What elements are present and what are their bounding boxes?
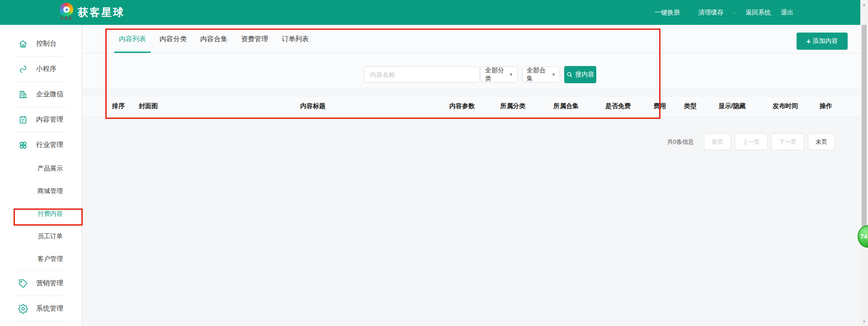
table-header-row: 排序 封面图 内容标题 内容参数 所属分类 所属合集 是否免费 费用 类型 显示… [82,96,860,117]
four-circles-icon [18,140,28,150]
logo-subtext: 未来鸟 [57,16,75,21]
add-content-label: 添加内容 [812,37,838,45]
subitem-label: 员工订单 [38,232,63,241]
sidebar-item-label: 小程序 [36,65,57,73]
price-tag-icon [18,279,28,288]
search-content-button[interactable]: 搜内容 [564,66,596,83]
menu-change-skin[interactable]: 一键换肤 [655,9,680,17]
column-category: 所属分类 [487,102,539,110]
app-title: 获客星球 [78,0,125,25]
pagination-total: 共0条信息 [667,138,694,146]
sidebar-item-industry-management[interactable]: 行业管理 [0,132,81,157]
logo-swirl-icon [60,3,73,16]
top-menu: 一键换肤 清理缓存 · 返回系统 退出 [655,0,793,25]
sidebar-item-system-management[interactable]: 系统管理 [0,296,81,321]
sidebar-item-content-management[interactable]: 内容管理 [0,107,81,132]
pagination-last-button[interactable]: 末页 [808,133,835,150]
column-title: 内容标题 [189,102,437,110]
sidebar-subitem-customer-management[interactable]: 客户管理 [0,248,81,270]
column-cover: 封面图 [134,102,189,110]
subitem-label: 产品展示 [38,165,63,173]
menu-logout[interactable]: 退出 [781,9,793,17]
column-params: 内容参数 [437,102,487,110]
tab-order-list[interactable]: 订单列表 [277,25,313,53]
collection-select[interactable]: 全部合集 ▼ [522,66,560,83]
tab-fee-management[interactable]: 资费管理 [236,25,273,53]
sidebar-item-console[interactable]: 控制台 [0,31,81,56]
clipboard-icon [18,115,28,125]
category-select-value: 全部分类 [485,66,506,83]
column-show-hide: 显示/隐藏 [704,102,760,110]
tab-bar: 内容列表 内容分类 内容合集 资费管理 订单列表 [82,25,860,53]
content-name-input[interactable] [364,66,480,83]
column-is-free: 是否免费 [593,102,643,110]
pagination: 共0条信息 首页 上一页 下一页 末页 [667,133,835,150]
brand-logo: 未来鸟 [57,3,75,21]
sidebar-item-label: 行业管理 [36,141,63,149]
office-building-icon [18,90,28,99]
column-actions: 操作 [810,102,842,110]
add-content-button[interactable]: + 添加内容 [797,33,848,50]
subitem-label: 付费内容 [38,210,63,218]
column-type: 类型 [677,102,704,110]
subitem-label: 商城管理 [38,187,63,195]
sidebar-subitem-product-display[interactable]: 产品展示 [0,157,81,180]
search-button-label: 搜内容 [576,71,594,79]
vertical-scrollbar[interactable]: ▲ ▼ [860,0,868,326]
plus-icon: + [807,38,811,45]
divider [16,321,67,321]
tab-content-list[interactable]: 内容列表 [114,25,151,53]
pagination-next-button[interactable]: 下一页 [771,133,804,150]
sidebar-item-marketing-management[interactable]: 营销管理 [0,271,81,296]
sidebar-item-label: 系统管理 [36,304,63,313]
tab-content-category[interactable]: 内容分类 [155,25,191,53]
sidebar-item-mini-program[interactable]: 小程序 [0,57,81,81]
tab-content-collection[interactable]: 内容合集 [196,25,232,53]
menu-clear-cache[interactable]: 清理缓存 [698,9,723,17]
menu-back-to-system[interactable]: 返回系统 [745,9,771,17]
chevron-down-icon: ▼ [509,72,513,77]
sidebar-item-enterprise-wechat[interactable]: 企业微信 [0,82,81,107]
sidebar-subitem-employee-orders[interactable]: 员工订单 [0,225,81,248]
sidebar-item-label: 内容管理 [36,115,63,124]
scrollbar-down-arrow-icon[interactable]: ▼ [860,318,868,325]
scrollbar-thumb[interactable] [862,25,867,231]
sidebar-item-label: 营销管理 [36,279,63,288]
pagination-first-button[interactable]: 首页 [704,133,731,150]
mini-program-icon [18,64,28,74]
sidebar: 控制台 小程序 企业微信 内容管理 行业管理 产品展示 商城管理 付费内容 员工… [0,25,82,326]
column-collection: 所属合集 [539,102,593,110]
column-sort: 排序 [103,102,134,110]
search-toolbar: 全部分类 ▼ 全部合集 ▼ 搜内容 [82,53,860,88]
scrollbar-up-arrow-icon[interactable]: ▲ [860,1,868,8]
collection-select-value: 全部合集 [527,66,549,83]
sidebar-item-label: 企业微信 [36,90,63,99]
sidebar-item-label: 控制台 [36,39,57,48]
column-fee: 费用 [643,102,677,110]
menu-separator: · [733,9,736,16]
gear-icon [18,304,28,314]
sidebar-subitem-mall-management[interactable]: 商城管理 [0,180,81,203]
subitem-label: 客户管理 [38,255,63,263]
sidebar-subitem-paid-content[interactable]: 付费内容 [0,203,81,225]
app-root: 未来鸟 获客星球 一键换肤 清理缓存 · 返回系统 退出 控制台 小程序 企业微… [0,0,868,326]
chevron-down-icon: ▼ [552,72,556,77]
column-publish-time: 发布时间 [760,102,810,110]
pagination-prev-button[interactable]: 上一页 [735,133,768,150]
main-content: 内容列表 内容分类 内容合集 资费管理 订单列表 + 添加内容 全部分类 ▼ 全… [82,25,860,326]
home-icon [18,39,28,49]
top-bar: 未来鸟 获客星球 一键换肤 清理缓存 · 返回系统 退出 [0,0,868,25]
search-icon [566,71,573,78]
category-select[interactable]: 全部分类 ▼ [481,66,518,83]
